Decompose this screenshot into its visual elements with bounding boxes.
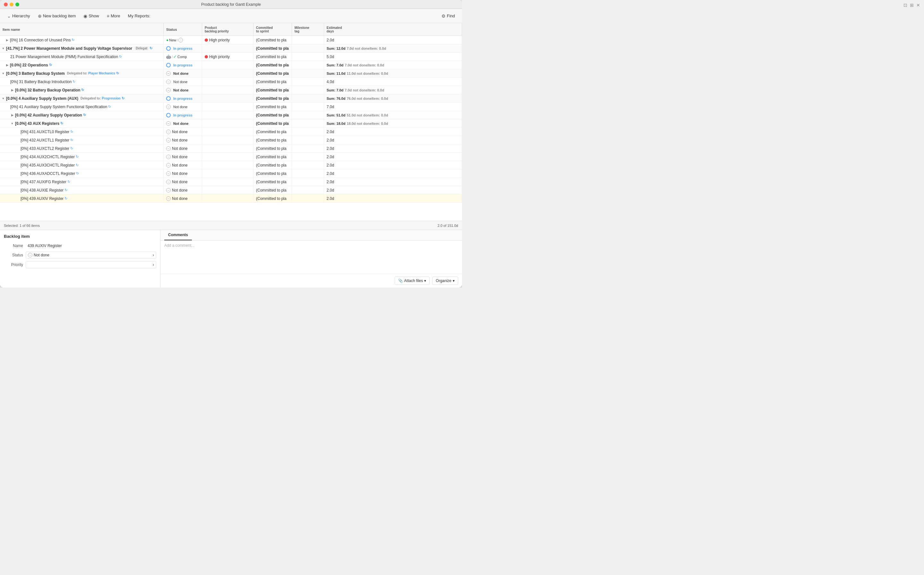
table-row-selected: [0%] 439 AUXIV Register ↻ −Not done (Com… bbox=[0, 194, 462, 203]
chevron-down-icon: ▾ bbox=[424, 278, 426, 283]
sync-icon[interactable]: ↻ bbox=[49, 63, 52, 67]
sync-icon[interactable]: ↻ bbox=[65, 188, 67, 192]
priority-cell bbox=[202, 194, 254, 202]
sum-text: Sum: 76.0d bbox=[327, 97, 346, 100]
status-label: New bbox=[169, 38, 176, 42]
sync-icon[interactable]: ↻ bbox=[65, 196, 67, 200]
organize-button[interactable]: Organize ▾ bbox=[432, 276, 458, 285]
collapse-icon[interactable]: ▼ bbox=[10, 122, 14, 125]
priority-cell bbox=[202, 69, 254, 77]
sync-icon[interactable]: ↻ bbox=[76, 163, 79, 167]
status-label: In progress bbox=[173, 63, 192, 67]
sync-icon[interactable]: ↻ bbox=[83, 113, 86, 117]
col-status: Status bbox=[164, 23, 202, 36]
sync-icon[interactable]: ↻ bbox=[108, 105, 111, 109]
name-field-row: Name 439 AUXIV Register bbox=[4, 243, 156, 249]
sync-icon[interactable]: ↻ bbox=[81, 88, 84, 92]
status-label: Not done bbox=[173, 80, 188, 84]
collapse-icon[interactable]: ▼ bbox=[1, 46, 5, 50]
sync-icon[interactable]: ↻ bbox=[149, 46, 152, 50]
comment-placeholder[interactable]: Add a comment... bbox=[164, 243, 194, 248]
sync-icon[interactable]: ↻ bbox=[76, 155, 79, 159]
milestone-cell bbox=[292, 103, 324, 111]
status-minus: − bbox=[166, 138, 171, 143]
sync-icon[interactable]: ↻ bbox=[71, 38, 75, 42]
status-cell: − Not done bbox=[164, 78, 202, 86]
minimize-button[interactable] bbox=[10, 3, 13, 6]
attach-files-button[interactable]: 📎 Attach files ▾ bbox=[395, 276, 430, 285]
expand-icon[interactable]: ▶ bbox=[10, 113, 14, 117]
status-minus: − bbox=[166, 88, 171, 92]
sprint-cell: (Committed to pla bbox=[254, 153, 292, 161]
milestone-cell bbox=[292, 186, 324, 194]
status-cell: − Not done bbox=[164, 103, 202, 111]
priority-cell bbox=[202, 119, 254, 127]
find-button[interactable]: ⚙ Find bbox=[438, 12, 458, 20]
name-value[interactable]: 439 AUXIV Register bbox=[26, 243, 156, 249]
sync-icon[interactable]: ↻ bbox=[76, 172, 79, 176]
chevron-down-icon: ▾ bbox=[453, 278, 455, 283]
item-label: [0%] 41 Auxiliary Supply System Function… bbox=[10, 105, 107, 109]
estimated-value: 2.0d bbox=[327, 38, 334, 42]
priority-cell bbox=[202, 186, 254, 194]
more-button[interactable]: ≡ More bbox=[104, 12, 124, 20]
item-name-cell: ▼ [0.0%] 43 AUX Registers ↻ bbox=[0, 119, 164, 127]
estimated-cell: 2.0d bbox=[324, 145, 462, 152]
priority-cell bbox=[202, 103, 254, 111]
milestone-cell bbox=[292, 111, 324, 119]
collapse-icon[interactable]: ▼ bbox=[1, 97, 5, 100]
item-name-cell: 21 Power Management Module (PMM) Functio… bbox=[0, 52, 164, 60]
status-minus: − bbox=[166, 105, 171, 109]
sync-icon[interactable]: ↻ bbox=[60, 121, 63, 125]
robot-icon: 🤖 bbox=[166, 54, 171, 59]
sync-icon[interactable]: ↻ bbox=[73, 79, 75, 84]
milestone-cell bbox=[292, 194, 324, 202]
close-button[interactable] bbox=[4, 3, 8, 6]
sprint-value: (Committed to pla bbox=[256, 63, 289, 67]
expand-icon[interactable]: ▶ bbox=[5, 38, 9, 42]
sync-icon[interactable]: ↻ bbox=[70, 130, 73, 134]
priority-select[interactable]: › bbox=[26, 261, 156, 268]
comments-panel: Comments Add a comment... ⊡ ⊞ ✕ 📎 Attach… bbox=[160, 230, 462, 288]
attach-icon: 📎 bbox=[398, 278, 403, 283]
table-row: [0%] 41 Auxiliary Supply System Function… bbox=[0, 103, 462, 111]
status-cell: −Not done bbox=[164, 153, 202, 161]
maximize-button[interactable] bbox=[15, 3, 19, 6]
estimated-cell: Sum: 12.0d 7.0d not doneItem: 0.0d bbox=[324, 44, 462, 52]
item-name-cell: [0%] 31 Battery Backup Introduction ↻ bbox=[0, 78, 164, 86]
sync-icon[interactable]: ↻ bbox=[116, 71, 119, 75]
status-label: Not done bbox=[172, 155, 188, 159]
sync-icon[interactable]: ↻ bbox=[122, 96, 124, 100]
toolbar: ⌄ Hierarchy ⊕ New backlog item ◉ Show ≡ … bbox=[0, 9, 462, 23]
status-label: In progress bbox=[173, 97, 192, 100]
table-row: ▶ [0%] 16 Connection of Unused Pins ↻ ● … bbox=[0, 36, 462, 44]
sprint-value: (Committed to pla bbox=[256, 54, 286, 59]
item-name-cell: ▶ [0.0%] 42 Auxiliary Supply Operation ↻ bbox=[0, 111, 164, 119]
collapse-icon[interactable]: ▼ bbox=[1, 71, 5, 75]
delegated-name: Player Mechanics bbox=[88, 71, 115, 75]
show-button[interactable]: ◉ Show bbox=[80, 12, 102, 20]
status-minus: − bbox=[166, 146, 171, 151]
table-row: [0%] 31 Battery Backup Introduction ↻ − … bbox=[0, 78, 462, 86]
sprint-cell: (Committed to pla bbox=[254, 145, 292, 152]
status-select[interactable]: − Not done › bbox=[26, 252, 156, 259]
sync-icon[interactable]: ↻ bbox=[70, 146, 73, 151]
sprint-cell: (Committed to pla bbox=[254, 186, 292, 194]
item-label: [0.0%] 32 Battery Backup Operation bbox=[15, 88, 80, 92]
sync-icon[interactable]: ↻ bbox=[67, 179, 70, 184]
my-reports-button[interactable]: My Reports: bbox=[125, 12, 154, 19]
expand-icon[interactable]: ▶ bbox=[10, 88, 14, 92]
sync-icon[interactable]: ↻ bbox=[70, 138, 73, 142]
sync-icon[interactable]: ↻ bbox=[119, 54, 122, 59]
estimated-cell: Sum: 51.0d 51.0d not doneItem: 0.0d bbox=[324, 111, 462, 119]
status-cell: ● New / − bbox=[164, 36, 202, 44]
new-backlog-item-button[interactable]: ⊕ New backlog item bbox=[35, 12, 79, 20]
expand-icon[interactable]: ▶ bbox=[5, 63, 9, 67]
tab-comments[interactable]: Comments bbox=[164, 230, 192, 240]
status-label: Not done bbox=[172, 146, 188, 151]
table-row: [0%] 432 AUXCTL1 Register ↻ −Not done (C… bbox=[0, 136, 462, 145]
estimated-value: 4.0d bbox=[327, 79, 334, 84]
hierarchy-button[interactable]: ⌄ Hierarchy bbox=[4, 12, 33, 20]
sprint-value: (Committed to pla bbox=[256, 96, 289, 101]
status-label: Not done bbox=[173, 105, 188, 109]
